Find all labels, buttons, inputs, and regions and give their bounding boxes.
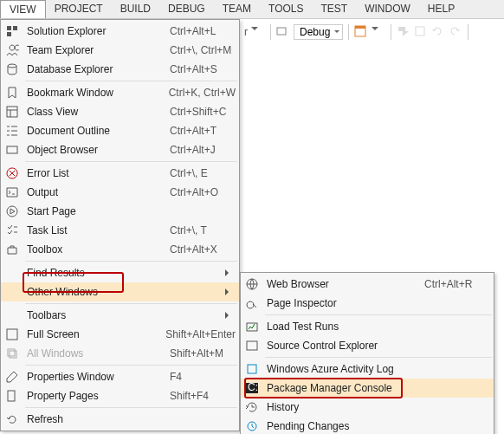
history-icon	[244, 400, 260, 414]
view-menu-item-database-explorer[interactable]: Database ExplorerCtrl+Alt+S	[1, 60, 239, 79]
submenu-item-page-inspector[interactable]: Page Inspector	[241, 294, 494, 313]
dropdown-icon[interactable]	[251, 25, 265, 39]
menu-item-label: Page Inspector	[267, 297, 424, 309]
view-menu-item-bookmark-window[interactable]: Bookmark WindowCtrl+K, Ctrl+W	[1, 83, 239, 102]
menu-item-shortcut: Ctrl+K, Ctrl+W	[169, 87, 236, 99]
view-menu-item-solution-explorer[interactable]: Solution ExplorerCtrl+Alt+L	[1, 22, 239, 41]
view-menu-item-document-outline[interactable]: Document OutlineCtrl+Alt+T	[1, 121, 239, 140]
menubar-item-team[interactable]: TEAM	[214, 0, 260, 18]
svg-rect-13	[247, 323, 257, 331]
nav-icon[interactable]	[414, 25, 428, 39]
menubar-item-debug[interactable]: DEBUG	[159, 0, 214, 18]
svg-rect-11	[10, 351, 16, 358]
menu-item-shortcut: Ctrl+Alt+R	[424, 278, 490, 290]
submenu-item-windows-azure-activity-log[interactable]: Windows Azure Activity Log	[241, 360, 494, 379]
menu-item-label: Properties Window	[27, 371, 170, 383]
allwin-icon	[4, 347, 20, 360]
view-menu-item-start-page[interactable]: Start Page	[1, 202, 239, 221]
toolbar: r Debug	[241, 20, 504, 44]
refresh-icon	[4, 412, 20, 426]
view-menu-item-refresh[interactable]: Refresh	[1, 410, 239, 429]
menubar-item-test[interactable]: TEST	[313, 0, 357, 18]
db-icon	[4, 62, 20, 76]
dropdown-icon[interactable]	[372, 25, 385, 39]
view-menu-item-property-pages[interactable]: Property PagesShift+F4	[1, 386, 239, 405]
menu-separator	[25, 261, 237, 262]
azure-icon	[244, 362, 260, 376]
menubar-item-build[interactable]: BUILD	[112, 0, 159, 18]
start-icon	[4, 204, 20, 218]
menubar-item-window[interactable]: WINDOW	[356, 0, 419, 18]
submenu-item-pending-changes[interactable]: Pending Changes	[241, 417, 494, 434]
view-menu-item-team-explorer[interactable]: Team ExplorerCtrl+\, Ctrl+M	[1, 41, 239, 60]
menu-item-label: Package Manager Console	[267, 382, 424, 394]
browser-icon[interactable]	[354, 25, 368, 39]
submenu-item-load-test-runs[interactable]: Load Test Runs	[241, 317, 494, 336]
object-icon	[4, 143, 20, 157]
menu-item-label: Document Outline	[27, 125, 170, 137]
separator	[348, 24, 349, 40]
separator	[270, 24, 271, 40]
menubar-item-view[interactable]: VIEW	[0, 0, 46, 18]
view-menu-item-output[interactable]: OutputCtrl+Alt+O	[1, 183, 239, 202]
nav-icon[interactable]	[397, 25, 410, 39]
error-icon	[4, 166, 20, 180]
undo-icon[interactable]	[431, 25, 445, 39]
view-menu-item-toolbars[interactable]: Toolbars	[1, 306, 239, 325]
menu-item-label: Error List	[27, 167, 170, 179]
menu-separator	[265, 357, 492, 358]
svg-rect-10	[8, 349, 15, 356]
view-menu-item-error-list[interactable]: Error ListCtrl+\, E	[1, 164, 239, 183]
menu-item-shortcut: Ctrl+Alt+X	[170, 243, 236, 256]
menu-item-label: Full Screen	[27, 328, 165, 340]
solution-icon	[4, 24, 20, 38]
separator	[391, 24, 391, 40]
output-icon	[4, 185, 20, 199]
menu-item-label: Find Results	[27, 267, 170, 279]
class-icon	[4, 105, 20, 119]
view-menu-item-class-view[interactable]: Class ViewCtrl+Shift+C	[1, 102, 239, 121]
menubar-item-tools[interactable]: TOOLS	[260, 0, 312, 18]
config-dropdown[interactable]: Debug	[294, 24, 343, 40]
view-menu-item-object-browser[interactable]: Object BrowserCtrl+Alt+J	[1, 140, 239, 159]
submenu-item-history[interactable]: History	[241, 398, 494, 417]
view-menu-item-other-windows[interactable]: Other Windows	[1, 282, 239, 301]
menu-item-label: Toolbars	[27, 309, 170, 321]
menubar-item-project[interactable]: PROJECT	[46, 0, 112, 18]
menubar: VIEWPROJECTBUILDDEBUGTEAMTOOLSTESTWINDOW…	[0, 0, 504, 19]
menubar-item-help[interactable]: HELP	[419, 0, 463, 18]
menu-item-label: Start Page	[27, 205, 170, 217]
menu-item-label: Database Explorer	[27, 63, 170, 75]
pages-icon	[4, 389, 20, 403]
svg-rect-8	[7, 146, 17, 153]
view-menu-item-properties-window[interactable]: Properties WindowF4	[1, 367, 239, 386]
source-icon	[244, 339, 260, 353]
view-menu-item-full-screen[interactable]: Full ScreenShift+Alt+Enter	[1, 325, 239, 344]
menu-separator	[25, 407, 237, 408]
view-menu-item-all-windows: All WindowsShift+Alt+M	[1, 344, 239, 363]
blank-icon	[4, 285, 20, 299]
menu-item-shortcut: Ctrl+Alt+S	[170, 63, 236, 75]
view-menu-item-find-results[interactable]: Find Results	[1, 263, 239, 282]
submenu-item-web-browser[interactable]: Web BrowserCtrl+Alt+R	[241, 275, 494, 294]
menu-separator	[25, 161, 237, 162]
svg-rect-3	[416, 27, 424, 36]
submenu-item-package-manager-console[interactable]: C:\Package Manager Console	[241, 379, 494, 398]
svg-rect-4	[7, 26, 11, 30]
view-menu-dropdown: Solution ExplorerCtrl+Alt+LTeam Explorer…	[0, 19, 240, 431]
menu-item-shortcut: Ctrl+\, T	[170, 224, 236, 236]
menu-item-shortcut: Ctrl+\, E	[170, 167, 236, 179]
menu-item-label: Task List	[27, 224, 170, 236]
menu-separator	[25, 365, 237, 366]
view-menu-item-task-list[interactable]: Task ListCtrl+\, T	[1, 221, 239, 240]
menu-item-label: Bookmark Window	[27, 87, 169, 99]
redo-icon[interactable]	[449, 25, 462, 39]
menu-separator	[265, 314, 492, 315]
view-menu-item-toolbox[interactable]: ToolboxCtrl+Alt+X	[1, 240, 239, 259]
submenu-item-source-control-explorer[interactable]: Source Control Explorer	[241, 336, 494, 355]
menu-item-shortcut: Shift+Alt+M	[170, 347, 236, 360]
menu-item-label: Team Explorer	[27, 44, 170, 56]
other-windows-submenu: Web BrowserCtrl+Alt+RPage InspectorLoad …	[240, 272, 494, 434]
menu-item-shortcut: Shift+Alt+Enter	[165, 328, 236, 340]
console-icon: C:\	[244, 381, 260, 395]
